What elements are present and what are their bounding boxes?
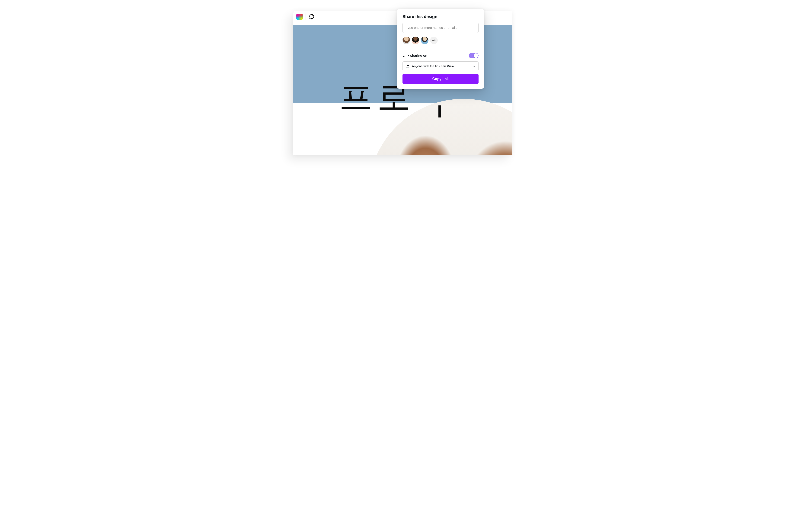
chevron-down-icon xyxy=(473,65,475,68)
transparency-icon[interactable] xyxy=(308,14,314,20)
link-permission-prefix: Anyone with the link can xyxy=(412,64,447,68)
avatar[interactable] xyxy=(412,37,419,44)
link-sharing-toggle[interactable] xyxy=(469,53,478,58)
toggle-knob-icon xyxy=(474,53,478,58)
toolbar-divider xyxy=(305,14,306,20)
text-cursor-icon xyxy=(438,106,441,117)
avatar[interactable] xyxy=(402,37,410,44)
share-popover: Share this design +4 Link sharing on Any… xyxy=(397,9,484,89)
share-recipients-input[interactable] xyxy=(402,23,478,33)
share-title: Share this design xyxy=(402,14,478,19)
folder-icon xyxy=(406,64,409,68)
link-permission-label: Anyone with the link can View xyxy=(412,64,470,68)
avatar[interactable] xyxy=(421,37,429,44)
link-permission-select[interactable]: Anyone with the link can View xyxy=(402,61,478,71)
collaborators-row: +4 xyxy=(402,37,478,49)
copy-link-button[interactable]: Copy link xyxy=(402,74,478,84)
color-picker-swatch[interactable] xyxy=(296,14,303,20)
link-sharing-label: Link sharing on xyxy=(402,54,427,57)
avatar-overflow-count[interactable]: +4 xyxy=(430,37,438,44)
link-permission-role: View xyxy=(447,64,454,68)
link-sharing-row: Link sharing on xyxy=(402,53,478,58)
